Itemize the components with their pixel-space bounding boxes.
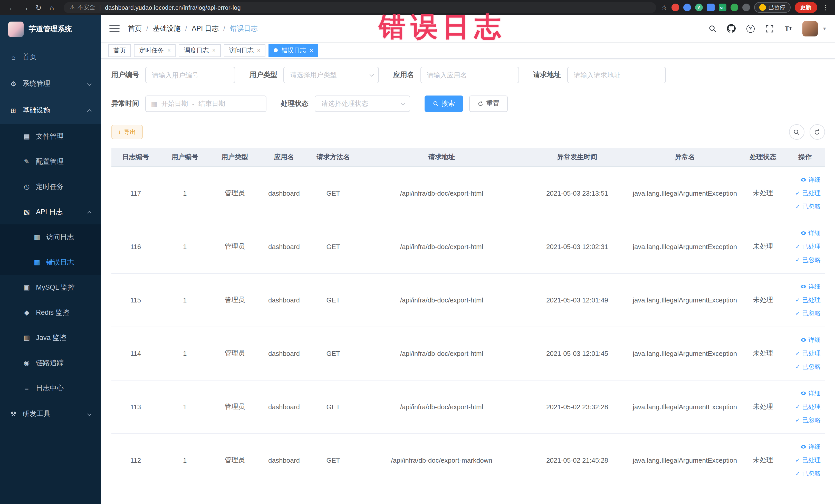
close-icon[interactable]: × [167,47,171,54]
app-logo[interactable]: 芋道管理系统 [0,15,101,44]
date-range-picker[interactable]: ▦ 开始日期 - 结束日期 [145,96,266,112]
profile-avatar-icon [759,4,766,11]
address-bar[interactable]: ⚠ 不安全 | dashboard.yudao.iocoder.cn/infra… [64,2,656,13]
reload-icon[interactable]: ↻ [32,3,45,12]
font-size-icon[interactable]: TT [783,23,793,34]
table-row: 115 1 管理员 dashboard GET /api/infra/db-do… [111,273,825,327]
action-detail[interactable]: 详细 [788,333,821,347]
eye-icon [800,230,806,236]
github-icon[interactable] [726,23,736,34]
timer-icon: ◷ [23,183,31,190]
user-type-select[interactable]: 请选择用户类型 [283,67,379,83]
action-detail[interactable]: 详细 [788,173,821,186]
sidebar-item-scheduled-task[interactable]: ◷ 定时任务 [0,174,101,199]
sidebar-item-home[interactable]: ⌂ 首页 [0,44,101,70]
check-icon: ✓ [795,306,800,320]
forward-icon[interactable]: → [19,3,32,12]
breadcrumb-item[interactable]: 首页 [128,24,142,33]
devtools-icon: ⚒ [9,410,18,418]
sidebar-item-log-center[interactable]: ≡ 日志中心 [0,375,101,401]
extensions-puzzle-icon[interactable] [742,4,750,11]
home-icon[interactable]: ⌂ [45,3,59,12]
help-icon[interactable]: ? [745,23,755,34]
sidebar-item-mysql-monitor[interactable]: ▣ MySQL 监控 [0,275,101,300]
action-detail[interactable]: 详细 [788,226,821,240]
sidebar-item-access-log[interactable]: ▥ 访问日志 [0,224,101,249]
sidebar-item-redis-monitor[interactable]: ◆ Redis 监控 [0,300,101,325]
action-detail[interactable]: 详细 [788,440,821,453]
sidebar-item-config-manage[interactable]: ✎ 配置管理 [0,149,101,174]
action-ignored[interactable]: ✓已忽略 [788,414,821,427]
sidebar-item-infra[interactable]: ⊞ 基础设施 [0,97,101,124]
sidebar-bottom: ⚒ 研发工具 [0,401,101,504]
action-processed[interactable]: ✓已处理 [788,400,821,414]
tab-error-log[interactable]: 错误日志× [269,44,318,57]
app-name-input[interactable] [420,67,519,83]
bookmark-star-icon[interactable]: ☆ [661,4,667,11]
action-ignored[interactable]: ✓已忽略 [788,467,821,480]
search-icon[interactable] [707,23,717,34]
refresh-icon[interactable] [809,124,825,140]
sidebar-item-error-log[interactable]: ▦ 错误日志 [0,249,101,275]
user-id-input[interactable] [145,67,235,83]
tab-scheduled-task[interactable]: 定时任务× [134,44,176,57]
update-button[interactable]: 更新 [794,2,817,13]
address-separator: | [99,4,101,11]
breadcrumb-item[interactable]: API 日志 [192,24,219,33]
profile-paused-pill[interactable]: 已暂停 [754,2,790,13]
action-ignored[interactable]: ✓已忽略 [788,360,821,373]
warning-icon: ⚠ [70,4,75,11]
reset-button[interactable]: 重置 [469,96,508,112]
fullscreen-icon[interactable] [764,23,774,34]
hamburger-icon[interactable] [109,25,120,32]
request-url-input[interactable] [567,67,666,83]
action-processed[interactable]: ✓已处理 [788,240,821,253]
config-icon: ✎ [23,158,31,165]
chevron-up-icon [87,211,91,215]
export-button[interactable]: ↓ 导出 [111,125,143,139]
close-icon[interactable]: × [212,47,216,54]
breadcrumb: 首页 / 基础设施 / API 日志 / 错误日志 [128,24,258,33]
action-processed[interactable]: ✓已处理 [788,186,821,200]
sidebar-item-system[interactable]: ⚙ 系统管理 [0,70,101,97]
action-detail[interactable]: 详细 [788,387,821,400]
tab-schedule-log[interactable]: 调度日志× [179,44,221,57]
user-avatar[interactable] [802,21,817,36]
process-status-select[interactable]: 请选择处理状态 [315,96,410,112]
navbar: 首页 / 基础设施 / API 日志 / 错误日志 ? [101,15,835,43]
action-ignored[interactable]: ✓已忽略 [788,200,821,213]
close-icon[interactable]: × [257,47,261,54]
api-log-submenu: ▥ 访问日志 ▦ 错误日志 [0,224,101,275]
extension-leaf-icon[interactable] [730,4,738,11]
vue-devtools-icon[interactable]: V [695,4,702,11]
menu-kebab-icon[interactable]: ⋮ [821,4,830,11]
navbar-actions: ? TT ▼ [707,21,827,36]
extension-grid-icon[interactable] [707,4,714,11]
process-status-label: 处理状态 [281,99,308,108]
sidebar-item-trace[interactable]: ◉ 链路追踪 [0,350,101,375]
action-ignored[interactable]: ✓已忽略 [788,253,821,266]
action-processed[interactable]: ✓已处理 [788,453,821,467]
action-processed[interactable]: ✓已处理 [788,293,821,306]
sidebar-item-file-manage[interactable]: ▤ 文件管理 [0,124,101,149]
close-icon[interactable]: × [310,47,313,54]
search-button[interactable]: 搜索 [425,96,463,112]
extension-icon[interactable] [671,4,679,11]
eye-icon [800,283,806,289]
back-icon[interactable]: ← [5,3,19,12]
sidebar-item-devtools[interactable]: ⚒ 研发工具 [0,401,101,427]
tab-access-log[interactable]: 访问日志× [224,44,266,57]
action-detail[interactable]: 详细 [788,280,821,293]
breadcrumb-item[interactable]: 基础设施 [153,24,181,33]
tab-home[interactable]: 首页 [108,44,131,57]
extension-icon[interactable] [683,4,691,11]
chevron-up-icon [87,109,91,114]
sidebar-item-api-log[interactable]: ▧ API 日志 [0,199,101,224]
sidebar-item-java-monitor[interactable]: ▥ Java 监控 [0,325,101,350]
caret-down-icon[interactable]: ▼ [822,26,827,31]
action-ignored[interactable]: ✓已忽略 [788,306,821,320]
toggle-search-icon[interactable] [789,124,804,140]
chevron-down-icon [401,101,405,105]
action-processed[interactable]: ✓已处理 [788,347,821,360]
extension-on-icon[interactable]: on [718,4,726,11]
